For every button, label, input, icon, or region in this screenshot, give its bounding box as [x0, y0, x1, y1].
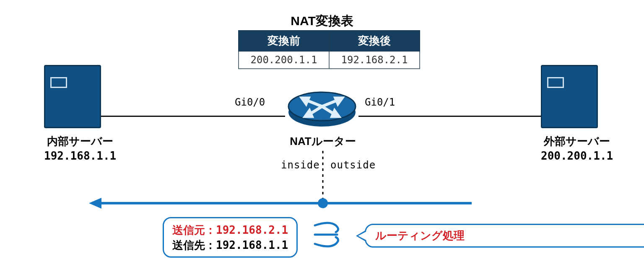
interface-right-label: Gi0/1 — [365, 96, 395, 108]
external-server: 外部サーバー 200.200.1.1 — [541, 65, 613, 163]
svg-marker-13 — [89, 198, 101, 209]
internal-server: 内部サーバー 192.168.1.1 — [44, 65, 116, 163]
packet-src-ip: 192.168.2.1 — [216, 224, 288, 236]
packet-src-label: 送信元： — [172, 224, 216, 236]
nat-table-header-after: 変換後 — [329, 31, 420, 51]
server-icon — [541, 65, 598, 128]
packet-dst-ip: 192.168.1.1 — [216, 239, 288, 251]
nat-table-row-after: 192.168.2.1 — [329, 51, 420, 69]
server-icon — [44, 65, 101, 128]
packet-dst-label: 送信先： — [172, 239, 216, 251]
nat-translation-table: 変換前 変換後 200.200.1.1 192.168.2.1 — [238, 30, 420, 69]
interface-left-label: Gi0/0 — [235, 96, 265, 108]
motion-lines-icon — [313, 218, 346, 251]
nat-table-header-before: 変換前 — [239, 31, 329, 51]
callout-tail-icon — [356, 230, 366, 242]
zone-inside-label: inside — [281, 159, 317, 171]
packet-flow-arrow — [88, 193, 474, 214]
link-right — [358, 116, 545, 117]
external-server-ip: 200.200.1.1 — [541, 150, 613, 162]
router-label: NATルーター — [268, 134, 377, 149]
routing-callout: ルーティング処理 — [365, 224, 644, 248]
link-left — [94, 116, 285, 117]
routing-callout-text: ルーティング処理 — [375, 229, 465, 242]
internal-server-ip: 192.168.1.1 — [44, 150, 116, 162]
diagram-stage: NAT変換表 変換前 変換後 200.200.1.1 192.168.2.1 — [0, 0, 644, 274]
external-server-label: 外部サーバー — [544, 135, 610, 147]
packet-header-box: 送信元：192.168.2.1 送信先：192.168.1.1 — [163, 217, 298, 258]
router-icon — [284, 84, 360, 136]
zone-outside-label: outside — [330, 159, 376, 171]
internal-server-label: 内部サーバー — [47, 135, 113, 147]
nat-table-row-before: 200.200.1.1 — [239, 51, 329, 69]
svg-point-14 — [318, 198, 328, 208]
nat-table-title: NAT変換表 — [0, 13, 644, 30]
